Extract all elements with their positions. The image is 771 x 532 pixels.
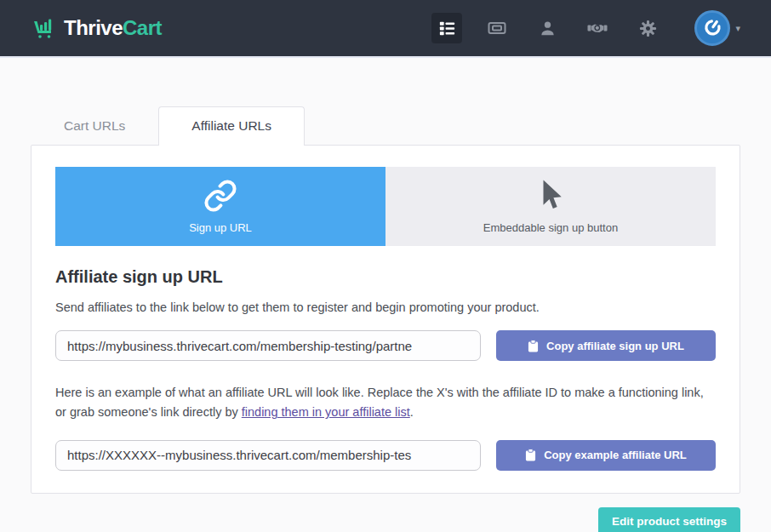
tab-cart-urls[interactable]: Cart URLs: [31, 106, 158, 145]
signup-url-row: Copy affiliate sign up URL: [55, 330, 716, 361]
coupons-ticket-icon[interactable]: [482, 13, 512, 43]
affiliate-urls-panel: Sign up URL Embeddable sign up button Af…: [31, 145, 740, 494]
copy-button-label: Copy affiliate sign up URL: [546, 340, 684, 352]
toggle-label: Embeddable sign up button: [483, 221, 618, 234]
toggle-embeddable-button[interactable]: Embeddable sign up button: [386, 167, 716, 246]
thrivecart-logo[interactable]: ThriveCart: [31, 15, 162, 41]
example-text-end: .: [410, 405, 414, 419]
copy-example-url-button[interactable]: Copy example affiliate URL: [496, 440, 716, 471]
tab-affiliate-urls[interactable]: Affiliate URLs: [158, 106, 305, 146]
toggle-sign-up-url[interactable]: Sign up URL: [55, 167, 386, 246]
chevron-down-icon: ▾: [735, 23, 740, 34]
customers-icon[interactable]: [532, 13, 563, 43]
affiliate-signup-url-input[interactable]: [55, 330, 481, 361]
products-list-icon[interactable]: [431, 13, 462, 43]
copy-signup-url-button[interactable]: Copy affiliate sign up URL: [496, 330, 716, 361]
copy-button-label: Copy example affiliate URL: [544, 449, 687, 461]
clipboard-icon: [525, 449, 536, 461]
edit-product-settings-button[interactable]: Edit product settings: [598, 507, 740, 532]
signup-description: Send affiliates to the link below to get…: [55, 298, 716, 317]
example-affiliate-url-input[interactable]: [55, 440, 481, 471]
brand-name: ThriveCart: [64, 16, 162, 40]
cursor-arrow-icon: [536, 179, 565, 213]
example-url-row: Copy example affiliate URL: [55, 440, 716, 471]
cart-chart-icon: [31, 15, 56, 41]
url-tabs: Cart URLs Affiliate URLs: [31, 106, 740, 145]
page-content: Cart URLs Affiliate URLs Sign up URL: [0, 106, 771, 494]
account-menu[interactable]: ▾: [694, 10, 740, 46]
link-icon: [203, 179, 237, 213]
section-heading: Affiliate sign up URL: [55, 267, 716, 287]
toggle-label: Sign up URL: [189, 221, 252, 234]
settings-gear-icon[interactable]: [632, 13, 663, 43]
footer-actions: Edit product settings: [0, 494, 771, 532]
top-navbar: ThriveCart: [0, 0, 771, 58]
example-description: Here is an example of what an affiliate …: [55, 383, 716, 422]
account-avatar-power-icon: [694, 10, 730, 46]
affiliate-list-link[interactable]: finding them in your affiliate list: [242, 405, 410, 419]
navbar-actions: ▾: [431, 10, 740, 46]
clipboard-icon: [528, 340, 539, 352]
affiliates-handshake-icon[interactable]: [582, 13, 613, 43]
signup-mode-toggle: Sign up URL Embeddable sign up button: [55, 167, 716, 246]
